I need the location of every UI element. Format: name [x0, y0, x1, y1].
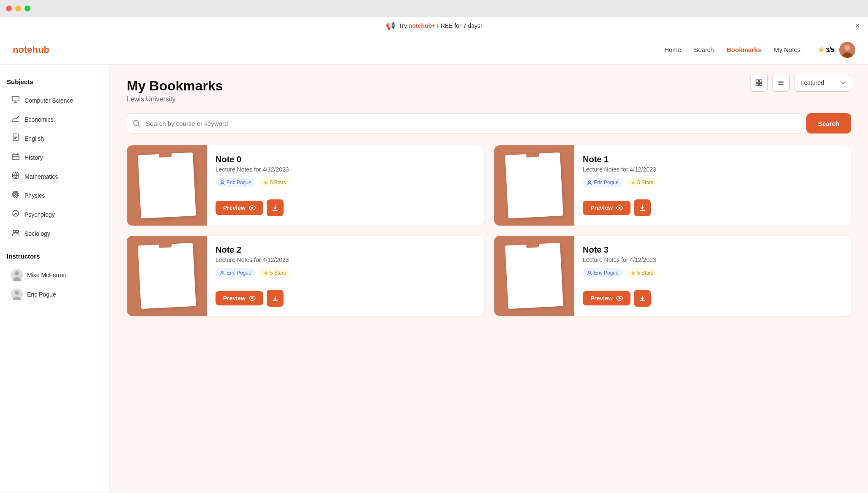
sidebar-item-economics[interactable]: Economics: [7, 110, 103, 128]
note-card: Note 0 Lecture Notes for 4/12/2023 Eric …: [127, 145, 484, 226]
search-bar: Search: [127, 113, 851, 133]
sidebar-item-label: Sociology: [25, 230, 50, 237]
sidebar-item-label: Computer Science: [25, 97, 73, 104]
nav-my-notes[interactable]: My Notes: [774, 46, 800, 53]
nav-right: ★ 3/5: [818, 42, 855, 58]
grid-view-button[interactable]: [750, 74, 768, 92]
stars-tag: 5 Stars: [259, 178, 290, 187]
sidebar-item-english[interactable]: English: [7, 129, 103, 147]
search-button[interactable]: Search: [806, 113, 851, 133]
minimize-button[interactable]: [15, 5, 21, 11]
card-thumbnail: [494, 145, 574, 226]
note-card: Note 2 Lecture Notes for 4/12/2023 Eric …: [127, 236, 484, 316]
svg-point-28: [15, 291, 19, 295]
card-thumbnail: [494, 236, 574, 316]
svg-point-54: [251, 297, 253, 300]
banner-close-button[interactable]: ×: [855, 22, 860, 30]
instructor-name: Mike McFerron: [27, 272, 66, 278]
author-tag: Eric Pogue: [583, 268, 623, 278]
card-actions: Preview: [583, 290, 843, 307]
svg-point-45: [589, 181, 591, 183]
download-button[interactable]: [634, 290, 651, 307]
banner-icon: 📢: [386, 21, 395, 30]
sort-dropdown[interactable]: Featured Newest Oldest Most Popular: [794, 74, 851, 92]
instructor-name: Eric Pogue: [27, 291, 56, 298]
preview-button[interactable]: Preview: [583, 291, 631, 305]
svg-marker-40: [264, 180, 268, 185]
banner-text: Try notehub+ FREE for 7 days!: [399, 22, 482, 29]
svg-point-39: [221, 181, 224, 183]
sidebar-item-label: History: [25, 154, 43, 161]
download-button[interactable]: [267, 290, 284, 307]
svg-point-22: [13, 230, 16, 233]
svg-point-60: [618, 297, 620, 300]
svg-rect-33: [759, 83, 762, 86]
svg-rect-30: [756, 80, 759, 82]
svg-point-37: [134, 120, 139, 125]
author-tag: Eric Pogue: [216, 268, 256, 278]
note-card: Note 1 Lecture Notes for 4/12/2023 Eric …: [494, 145, 851, 226]
sidebar-item-computer-science[interactable]: Computer Science: [7, 91, 103, 109]
card-description: Lecture Notes for 4/12/2023: [216, 256, 475, 263]
computer-science-icon: [11, 95, 20, 106]
svg-point-23: [16, 230, 19, 233]
svg-rect-32: [756, 83, 759, 86]
mathematics-icon: [11, 171, 20, 182]
instructor-eric[interactable]: Eric Pogue: [7, 285, 103, 304]
sidebar-item-physics[interactable]: Physics: [7, 186, 103, 204]
author-tag: Eric Pogue: [216, 178, 256, 187]
preview-button[interactable]: Preview: [583, 201, 631, 215]
svg-rect-31: [759, 80, 762, 82]
instructor-mike[interactable]: Mike McFerron: [7, 266, 103, 284]
svg-line-38: [138, 125, 140, 127]
close-button[interactable]: [6, 5, 12, 11]
search-input-wrap: [127, 113, 802, 133]
card-title: Note 0: [216, 155, 475, 164]
card-tags: Eric Pogue 5 Stars: [583, 178, 843, 187]
note-paper: [138, 243, 196, 309]
note-paper: [505, 153, 563, 219]
sidebar-item-mathematics[interactable]: Mathematics: [7, 167, 103, 185]
svg-point-51: [221, 271, 224, 273]
card-body: Note 0 Lecture Notes for 4/12/2023 Eric …: [207, 145, 484, 226]
svg-rect-11: [12, 155, 19, 160]
svg-point-57: [589, 271, 591, 273]
svg-point-42: [251, 207, 253, 209]
avatar[interactable]: [839, 42, 855, 58]
preview-button[interactable]: Preview: [216, 291, 263, 305]
card-actions: Preview: [583, 199, 843, 216]
sidebar-item-psychology[interactable]: Psychology: [7, 205, 103, 223]
svg-rect-3: [12, 96, 19, 101]
nav-search[interactable]: Search: [694, 46, 714, 53]
download-button[interactable]: [267, 199, 284, 216]
sidebar-item-label: Economics: [25, 116, 53, 123]
sociology-icon: [11, 228, 20, 239]
view-toolbar: Featured Newest Oldest Most Popular: [750, 74, 851, 92]
card-title: Note 3: [583, 245, 843, 255]
sidebar-item-history[interactable]: History: [7, 148, 103, 166]
card-body: Note 1 Lecture Notes for 4/12/2023 Eric …: [574, 145, 851, 226]
sidebar: Subjects Computer Science Economics: [0, 65, 110, 492]
card-actions: Preview: [216, 290, 475, 307]
card-tags: Eric Pogue 5 Stars: [216, 178, 475, 187]
card-body: Note 3 Lecture Notes for 4/12/2023 Eric …: [574, 236, 851, 316]
download-button[interactable]: [634, 199, 651, 216]
nav-bookmarks[interactable]: Bookmarks: [726, 46, 761, 53]
preview-button[interactable]: Preview: [216, 201, 263, 215]
sidebar-item-label: English: [25, 135, 44, 142]
list-view-button[interactable]: [772, 74, 790, 92]
card-tags: Eric Pogue 5 Stars: [216, 268, 475, 278]
promotion-banner: 📢 Try notehub+ FREE for 7 days! ×: [0, 17, 868, 35]
sidebar-item-sociology[interactable]: Sociology: [7, 224, 103, 242]
card-thumbnail: [127, 145, 207, 226]
svg-marker-58: [631, 271, 635, 275]
card-description: Lecture Notes for 4/12/2023: [583, 256, 843, 263]
instructors-title: Instructors: [7, 253, 103, 260]
economics-icon: [11, 114, 20, 125]
card-title: Note 2: [216, 245, 475, 255]
nav-home[interactable]: Home: [664, 46, 681, 53]
sidebar-item-label: Mathematics: [25, 173, 58, 180]
maximize-button[interactable]: [25, 5, 30, 11]
search-input[interactable]: [127, 113, 802, 133]
note-paper: [505, 243, 563, 309]
